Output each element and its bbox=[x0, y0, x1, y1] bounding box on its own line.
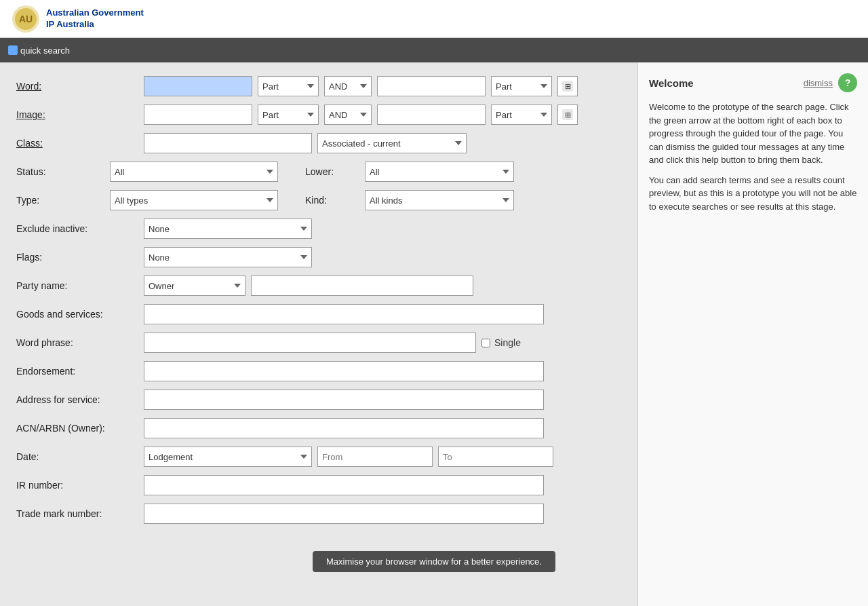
help-button[interactable]: ? bbox=[838, 73, 857, 92]
status-label: Status: bbox=[16, 166, 104, 177]
party-name-input[interactable] bbox=[251, 276, 473, 296]
trade-mark-number-input[interactable] bbox=[144, 504, 544, 524]
class-associated-select[interactable]: Associated - current Associated - all No… bbox=[317, 133, 467, 153]
address-service-input[interactable] bbox=[144, 390, 544, 410]
image-andor-select[interactable]: ANDOR bbox=[324, 105, 372, 125]
word-label: Word: bbox=[16, 81, 138, 92]
welcome-paragraph1: Welcome to the prototype of the search p… bbox=[649, 100, 857, 167]
acn-arbn-label: ACN/ARBN (Owner): bbox=[16, 423, 138, 434]
welcome-paragraph2: You can add search terms and see a resul… bbox=[649, 174, 857, 214]
logo-line1: Australian Government bbox=[46, 7, 144, 19]
word2-input[interactable] bbox=[377, 76, 486, 96]
word-row: Word: PartExactStartEnd ANDOR PartExactS… bbox=[16, 76, 621, 96]
flags-label: Flags: bbox=[16, 252, 138, 263]
goods-services-row: Goods and services: bbox=[16, 304, 621, 324]
type-label: Type: bbox=[16, 195, 104, 206]
form-area: Word: PartExactStartEnd ANDOR PartExactS… bbox=[0, 62, 637, 606]
acn-arbn-row: ACN/ARBN (Owner): bbox=[16, 418, 621, 438]
goods-services-input[interactable] bbox=[144, 304, 544, 324]
acn-arbn-input[interactable] bbox=[144, 418, 544, 438]
main-container: Word: PartExactStartEnd ANDOR PartExactS… bbox=[0, 62, 868, 606]
image-search-button[interactable]: ⊞ bbox=[557, 105, 578, 125]
logo-area: AU Australian Government IP Australia bbox=[11, 4, 144, 34]
svg-text:AU: AU bbox=[19, 14, 33, 24]
word-phrase-input[interactable] bbox=[144, 333, 476, 353]
word-part-select[interactable]: PartExactStartEnd bbox=[258, 76, 319, 96]
ir-number-input[interactable] bbox=[144, 475, 544, 495]
trade-mark-number-label: Trade mark number: bbox=[16, 508, 138, 519]
exclude-inactive-row: Exclude inactive: NoneYesNo bbox=[16, 219, 621, 239]
lower-col: Lower: All363738 bbox=[305, 162, 514, 182]
exclude-inactive-label: Exclude inactive: bbox=[16, 223, 138, 234]
party-name-row: Party name: OwnerAgentApplicant bbox=[16, 276, 621, 296]
ir-number-label: IR number: bbox=[16, 480, 138, 491]
kind-label: Kind: bbox=[305, 195, 359, 206]
lower-label: Lower: bbox=[305, 166, 359, 177]
date-from-input[interactable] bbox=[317, 447, 433, 467]
kind-col: Kind: All kindsStandardCertification bbox=[305, 190, 514, 210]
word-phrase-row: Word phrase: Single bbox=[16, 333, 621, 353]
welcome-text: Welcome to the prototype of the search p… bbox=[649, 100, 857, 213]
word-phrase-label: Word phrase: bbox=[16, 337, 138, 348]
svg-text:⊞: ⊞ bbox=[565, 111, 571, 119]
kind-select[interactable]: All kindsStandardCertification bbox=[365, 190, 514, 210]
class-input[interactable] bbox=[144, 133, 312, 153]
endorsement-row: Endorsement: bbox=[16, 361, 621, 381]
svg-text:⊞: ⊞ bbox=[565, 82, 571, 90]
welcome-panel: Welcome dismiss ? Welcome to the prototy… bbox=[637, 62, 868, 606]
type-col: Type: All typesTrade MarkPatent bbox=[16, 190, 278, 210]
header: AU Australian Government IP Australia bbox=[0, 0, 868, 38]
single-label[interactable]: Single bbox=[494, 337, 521, 348]
single-checkbox-row: Single bbox=[481, 337, 521, 348]
image-input[interactable] bbox=[144, 105, 252, 125]
endorsement-label: Endorsement: bbox=[16, 366, 138, 377]
image-search-icon: ⊞ bbox=[562, 109, 573, 120]
logo-line2: IP Australia bbox=[46, 19, 144, 31]
image-row: Image: PartExactStart ANDOR PartExactSta… bbox=[16, 105, 621, 125]
class-label: Class: bbox=[16, 138, 138, 149]
address-service-row: Address for service: bbox=[16, 390, 621, 410]
address-service-label: Address for service: bbox=[16, 394, 138, 405]
image2-input[interactable] bbox=[377, 105, 486, 125]
exclude-inactive-select[interactable]: NoneYesNo bbox=[144, 219, 312, 239]
tooltip-bar: Maximise your browser window for a bette… bbox=[313, 551, 555, 572]
type-select[interactable]: All typesTrade MarkPatent bbox=[110, 190, 278, 210]
lower-select[interactable]: All363738 bbox=[365, 162, 514, 182]
word-search-button[interactable]: ⊞ bbox=[557, 76, 578, 96]
date-to-input[interactable] bbox=[438, 447, 553, 467]
quick-search-label: quick search bbox=[20, 45, 70, 56]
party-role-select[interactable]: OwnerAgentApplicant bbox=[144, 276, 245, 296]
flags-select[interactable]: NoneFlag 1Flag 2 bbox=[144, 247, 312, 267]
welcome-title: Welcome bbox=[649, 77, 694, 89]
type-kind-row: Type: All typesTrade MarkPatent Kind: Al… bbox=[16, 190, 621, 210]
word2-part-select[interactable]: PartExactStartEnd bbox=[491, 76, 552, 96]
word-andor-select[interactable]: ANDOR bbox=[324, 76, 372, 96]
logo-text: Australian Government IP Australia bbox=[46, 7, 144, 31]
flags-row: Flags: NoneFlag 1Flag 2 bbox=[16, 247, 621, 267]
tooltip-text: Maximise your browser window for a bette… bbox=[326, 556, 542, 567]
date-label: Date: bbox=[16, 451, 138, 462]
welcome-header: Welcome dismiss ? bbox=[649, 73, 857, 92]
image-label: Image: bbox=[16, 109, 138, 120]
status-select[interactable]: AllRegisteredPendingLapsed bbox=[110, 162, 278, 182]
trade-mark-number-row: Trade mark number: bbox=[16, 504, 621, 524]
goods-services-label: Goods and services: bbox=[16, 309, 138, 320]
ir-number-row: IR number: bbox=[16, 475, 621, 495]
party-name-label: Party name: bbox=[16, 280, 138, 291]
image2-part-select[interactable]: PartExactStart bbox=[491, 105, 552, 125]
quick-search-link[interactable]: quick search bbox=[8, 45, 70, 56]
navbar: quick search bbox=[0, 38, 868, 62]
class-row: Class: Associated - current Associated -… bbox=[16, 133, 621, 153]
status-lower-row: Status: AllRegisteredPendingLapsed Lower… bbox=[16, 162, 621, 182]
image-part-select[interactable]: PartExactStart bbox=[258, 105, 319, 125]
single-checkbox[interactable] bbox=[481, 339, 490, 347]
endorsement-input[interactable] bbox=[144, 361, 544, 381]
search-icon: ⊞ bbox=[562, 81, 573, 92]
date-type-select[interactable]: LodgementRegistrationRenewal bbox=[144, 447, 312, 467]
dismiss-button[interactable]: dismiss bbox=[804, 78, 833, 88]
status-col: Status: AllRegisteredPendingLapsed bbox=[16, 162, 278, 182]
crest-icon: AU bbox=[11, 4, 41, 34]
date-row: Date: LodgementRegistrationRenewal bbox=[16, 447, 621, 467]
word-input[interactable] bbox=[144, 76, 252, 96]
quick-search-icon bbox=[8, 45, 18, 55]
